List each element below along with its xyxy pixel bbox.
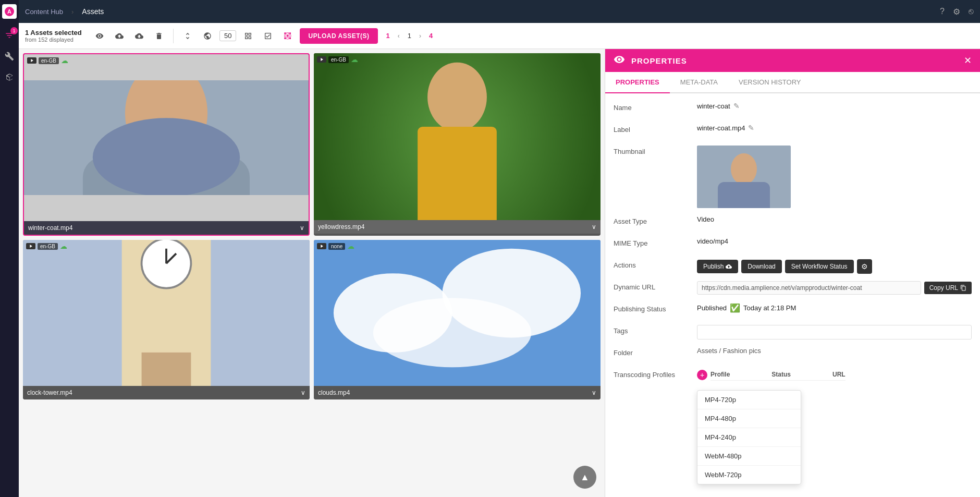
prop-row-thumbnail: Thumbnail <box>614 146 972 208</box>
asset-card-winter-coat[interactable]: en-GB ☁ win <box>23 53 310 236</box>
label-edit-icon[interactable]: ✎ <box>748 124 754 132</box>
profile-webm-720p[interactable]: WebM-720p <box>697 466 801 484</box>
thumbnail-image[interactable] <box>697 146 791 208</box>
publish-button[interactable]: Publish <box>697 260 738 273</box>
next-page-button[interactable]: › <box>414 30 426 42</box>
dynamic-url-value: Copy URL <box>697 281 972 295</box>
sidebar-item-tools[interactable] <box>3 50 16 63</box>
asset-name-clouds: clouds.mp4 <box>318 389 350 396</box>
logo[interactable]: A <box>2 4 17 19</box>
page-last[interactable]: 4 <box>429 32 433 40</box>
properties-header: PROPERTIES ✕ <box>605 49 980 72</box>
prop-row-label: Label winter-coat.mp4 ✎ <box>614 124 972 138</box>
tags-input[interactable] <box>697 325 972 340</box>
svg-rect-3 <box>287 32 288 34</box>
asset-name-yellowdress: yellowdress.mp4 <box>318 223 364 231</box>
folder-value: Assets / Fashion pics <box>697 347 972 355</box>
actions-value: Publish Download Set Workflow Status ⚙ <box>697 259 972 274</box>
url-input[interactable] <box>697 281 921 295</box>
check-icon[interactable] <box>260 28 276 44</box>
svg-rect-2 <box>285 32 286 34</box>
prop-row-transcoding: Transcoding Profiles + Profile Status UR… <box>614 369 972 484</box>
label-value-container: winter-coat.mp4 ✎ <box>697 124 972 132</box>
folder-label: Folder <box>614 347 697 357</box>
upload-cloud-icon[interactable] <box>112 28 127 44</box>
scroll-up-button[interactable]: ▲ <box>573 466 596 489</box>
cloud-download-icon[interactable] <box>131 28 147 44</box>
svg-rect-6 <box>287 35 288 37</box>
chevron-down-icon-4[interactable]: ∨ <box>592 389 596 396</box>
svg-point-32 <box>731 153 757 185</box>
workflow-status-button[interactable]: Set Workflow Status <box>785 260 854 273</box>
video-icon-badge-4 <box>317 243 326 249</box>
eye-icon <box>614 54 625 68</box>
view-count[interactable]: 50 <box>219 30 236 41</box>
tab-properties[interactable]: PROPERTIES <box>605 72 670 93</box>
svg-rect-25 <box>142 353 191 386</box>
logout-icon[interactable]: ⎋ <box>969 7 974 16</box>
svg-rect-9 <box>287 37 288 39</box>
add-transcoding-profile-button[interactable]: + <box>697 370 707 380</box>
profile-mp4-240p[interactable]: MP4-240p <box>697 428 801 447</box>
asset-name-winter-coat: winter-coat.mp4 <box>28 224 72 232</box>
tab-metadata[interactable]: META-DATA <box>670 72 728 93</box>
svg-rect-10 <box>289 37 291 39</box>
col-status: Status <box>771 371 791 378</box>
col-profile: Profile <box>710 371 730 378</box>
svg-rect-33 <box>718 182 770 208</box>
video-icon-badge-3 <box>26 243 35 249</box>
settings-icon[interactable]: ⚙ <box>953 7 960 17</box>
profile-mp4-480p[interactable]: MP4-480p <box>697 409 801 428</box>
chevron-down-icon-3[interactable]: ∨ <box>301 389 305 396</box>
asset-card-yellowdress[interactable]: en-GB ☁ yellowdress.mp4 <box>314 53 601 236</box>
name-value-container: winter-coat ✎ <box>697 102 972 110</box>
close-button[interactable]: ✕ <box>964 55 972 66</box>
actions-label: Actions <box>614 259 697 269</box>
upload-button[interactable]: UPLOAD ASSET(S) <box>300 28 377 44</box>
prev-page-button[interactable]: ‹ <box>393 30 405 42</box>
asset-name-clock-tower: clock-tower.mp4 <box>27 389 72 396</box>
delete-icon[interactable] <box>151 28 167 44</box>
col-url: URL <box>832 371 846 378</box>
video-icon-badge <box>27 57 36 64</box>
transcoding-label: Transcoding Profiles <box>614 369 697 379</box>
grid-view-icon[interactable] <box>240 28 256 44</box>
profile-webm-480p[interactable]: WebM-480p <box>697 447 801 466</box>
view-toggle-icon[interactable] <box>92 28 107 44</box>
download-button[interactable]: Download <box>741 260 781 273</box>
label-label: Label <box>614 124 697 134</box>
asset-card-clouds[interactable]: none ☁ clouds.mp4 ∨ <box>314 240 601 399</box>
svg-rect-7 <box>289 35 291 37</box>
asset-grid-container: en-GB ☁ win <box>19 49 605 497</box>
page-first[interactable]: 1 <box>386 32 390 40</box>
prop-row-name: Name winter-coat ✎ <box>614 102 972 116</box>
upload-status-icon-2: ☁ <box>351 55 358 64</box>
profile-mp4-720p[interactable]: MP4-720p <box>697 391 801 409</box>
checkerboard-icon[interactable] <box>280 28 296 44</box>
chevron-down-icon[interactable]: ∨ <box>300 224 304 232</box>
svg-point-29 <box>373 298 531 368</box>
sort-icon[interactable] <box>180 28 195 44</box>
help-icon[interactable]: ? <box>940 7 945 16</box>
thumbnail-value <box>697 146 972 208</box>
topnav: Content Hub › Assets ? ⚙ ⎋ <box>19 0 980 23</box>
prop-row-folder: Folder Assets / Fashion pics <box>614 347 972 361</box>
sidebar-item-filter[interactable]: 1 <box>3 29 16 42</box>
copy-url-button[interactable]: Copy URL <box>924 282 972 294</box>
actions-settings-button[interactable]: ⚙ <box>857 259 872 274</box>
video-icon-badge-2 <box>317 56 326 63</box>
pagination: 1 ‹ 1 › 4 <box>386 30 433 42</box>
svg-rect-4 <box>289 32 291 34</box>
globe-icon[interactable] <box>200 28 215 44</box>
sidebar: A 1 <box>0 0 19 497</box>
content-area: en-GB ☁ win <box>19 49 980 497</box>
chevron-down-icon-2[interactable]: ∨ <box>592 223 596 231</box>
properties-panel: PROPERTIES ✕ PROPERTIES META-DATA VERSIO… <box>605 49 980 497</box>
upload-status-icon: ☁ <box>61 56 68 65</box>
tab-version-history[interactable]: VERSION HISTORY <box>728 72 811 93</box>
name-edit-icon[interactable]: ✎ <box>733 102 740 110</box>
asset-type-label: Asset Type <box>614 215 697 225</box>
sidebar-item-package[interactable] <box>3 71 16 83</box>
asset-card-clock-tower[interactable]: en-GB ☁ <box>23 240 310 399</box>
prop-row-dynamic-url: Dynamic URL Copy URL <box>614 281 972 296</box>
